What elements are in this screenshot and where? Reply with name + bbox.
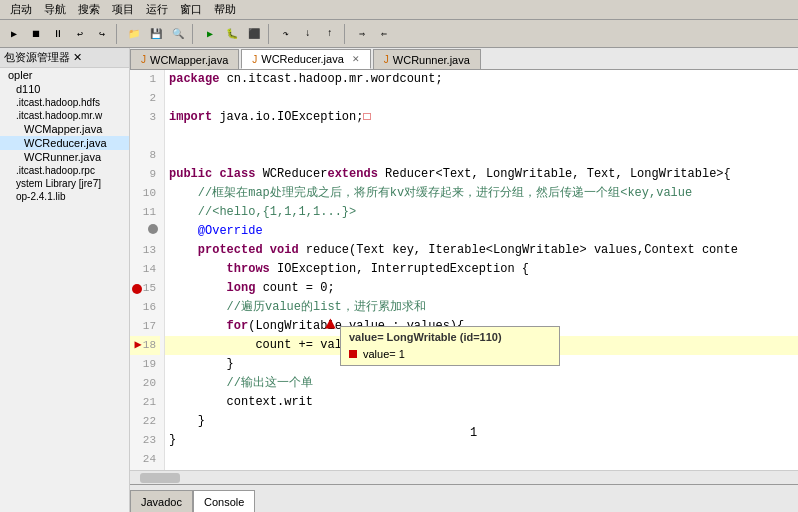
ln-24: 24 <box>130 450 160 469</box>
code-line-16: //遍历value的list，进行累加求和 <box>165 298 798 317</box>
toolbar-btn-8[interactable]: 🔍 <box>168 24 188 44</box>
sidebar-item-rpc[interactable]: .itcast.hadoop.rpc <box>0 164 129 177</box>
toolbar-btn-1[interactable]: ▶ <box>4 24 24 44</box>
menu-help[interactable]: 帮助 <box>208 1 242 18</box>
sidebar-item-d110[interactable]: d110 <box>0 82 129 96</box>
ln-2: 2 <box>130 89 160 108</box>
ln-11: 11 <box>130 203 160 222</box>
toolbar-btn-extra-2[interactable]: ⇐ <box>374 24 394 44</box>
code-line-1: package cn.itcast.hadoop.mr.wordcount; <box>165 70 798 89</box>
code-line-20: //输出这一个单 <box>165 374 798 393</box>
line-numbers: 1 2 3 8 9 10 11 12 13 14 15 16 17 <box>130 70 165 470</box>
code-line-14: throws IOException, InterruptedException… <box>165 260 798 279</box>
toolbar-btn-6[interactable]: 📁 <box>124 24 144 44</box>
code-line-13: protected void reduce(Text key, Iterable… <box>165 241 798 260</box>
ln-18-current: ▶ 18 <box>130 336 160 355</box>
ln-16: 16 <box>130 298 160 317</box>
menu-navigate[interactable]: 导航 <box>38 1 72 18</box>
code-line-10: //框架在map处理完成之后，将所有kv对缓存起来，进行分组，然后传递一个组<k… <box>165 184 798 203</box>
ln-13: 13 <box>130 241 160 260</box>
toolbar-btn-7[interactable]: 💾 <box>146 24 166 44</box>
sidebar-item-wcmapper[interactable]: WCMapper.java <box>0 122 129 136</box>
ln-10: 10 <box>130 184 160 203</box>
toolbar-btn-5[interactable]: ↪ <box>92 24 112 44</box>
menu-window[interactable]: 窗口 <box>174 1 208 18</box>
bottom-tab-javadoc[interactable]: Javadoc <box>130 490 193 512</box>
sidebar-item-hdfs[interactable]: .itcast.hadoop.hdfs <box>0 96 129 109</box>
sidebar-item-wcreducer[interactable]: WCReducer.java <box>0 136 129 150</box>
code-line-3: import java.io.IOException;□ <box>165 108 798 127</box>
tab-wcreducer-label: WCReducer.java <box>261 53 344 65</box>
code-line-9: public class WCReducer extends Reducer<T… <box>165 165 798 184</box>
tabs-bar: J WCMapper.java J WCReducer.java ✕ J WCR… <box>130 48 798 70</box>
debug-popup-item-1: value= 1 <box>349 347 551 361</box>
debug-popup: value= LongWritable (id=110) value= 1 <box>340 326 560 366</box>
toolbar-stop-btn[interactable]: ⬛ <box>244 24 264 44</box>
sidebar-header: 包资源管理器 ✕ <box>0 48 129 68</box>
editor-area: J WCMapper.java J WCReducer.java ✕ J WCR… <box>130 48 798 512</box>
ln-1: 1 <box>130 70 160 89</box>
debug-red-square <box>349 350 357 358</box>
separator-4 <box>344 24 348 44</box>
ln-21: 21 <box>130 393 160 412</box>
debug-bottom-value: 1 <box>470 426 477 440</box>
h-scrollbar-thumb[interactable] <box>140 473 180 483</box>
ln-15: 15 <box>130 279 160 298</box>
code-line-11: //<hello,{1,1,1,1...}> <box>165 203 798 222</box>
ln-12: 12 <box>130 222 160 241</box>
code-line-12: @Override <box>165 222 798 241</box>
code-line-8 <box>165 146 798 165</box>
toolbar-debug-btn[interactable]: 🐛 <box>222 24 242 44</box>
sidebar-item-wcrunner[interactable]: WCRunner.java <box>0 150 129 164</box>
tab-wcmapper-label: WCMapper.java <box>150 54 228 66</box>
code-editor[interactable]: 1 2 3 8 9 10 11 12 13 14 15 16 17 <box>130 70 798 470</box>
sidebar: 包资源管理器 ✕ opler d110 .itcast.hadoop.hdfs … <box>0 48 130 512</box>
debug-popup-title: value= LongWritable (id=110) <box>349 331 551 343</box>
menubar: 启动 导航 搜索 项目 运行 窗口 帮助 <box>0 0 798 20</box>
code-line-23: } <box>165 431 798 450</box>
tab-wcmapper[interactable]: J WCMapper.java <box>130 49 239 69</box>
separator-1 <box>116 24 120 44</box>
toolbar-btn-4[interactable]: ↩ <box>70 24 90 44</box>
toolbar-run-btn[interactable]: ▶ <box>200 24 220 44</box>
code-line-2 <box>165 89 798 108</box>
menu-search[interactable]: 搜索 <box>72 1 106 18</box>
code-content[interactable]: package cn.itcast.hadoop.mr.wordcount; i… <box>165 70 798 470</box>
sidebar-title: 包资源管理器 ✕ <box>4 50 82 65</box>
debug-popup-value: value= 1 <box>363 348 405 360</box>
toolbar: ▶ ⏹ ⏸ ↩ ↪ 📁 💾 🔍 ▶ 🐛 ⬛ ↷ ↓ ↑ ⇒ ⇐ <box>0 20 798 48</box>
code-line-24 <box>165 450 798 469</box>
tab-wcreducer-close[interactable]: ✕ <box>352 54 360 64</box>
sidebar-item-lib[interactable]: op-2.4.1.lib <box>0 190 129 203</box>
debug-arrow-icon: ▲ <box>325 314 336 334</box>
toolbar-btn-extra-1[interactable]: ⇒ <box>352 24 372 44</box>
sidebar-item-mr[interactable]: .itcast.hadoop.mr.w <box>0 109 129 122</box>
main-layout: 包资源管理器 ✕ opler d110 .itcast.hadoop.hdfs … <box>0 48 798 512</box>
tab-wcreducer[interactable]: J WCReducer.java ✕ <box>241 49 371 69</box>
toolbar-step-out[interactable]: ↑ <box>320 24 340 44</box>
toolbar-step-over[interactable]: ↷ <box>276 24 296 44</box>
code-line-22: } <box>165 412 798 431</box>
ln-20: 20 <box>130 374 160 393</box>
menu-start[interactable]: 启动 <box>4 1 38 18</box>
ln-8: 8 <box>130 146 160 165</box>
ln-17: 17 <box>130 317 160 336</box>
code-line-15: long count = 0; <box>165 279 798 298</box>
sidebar-item-opler[interactable]: opler <box>0 68 129 82</box>
wcmapper-icon: J <box>141 54 146 65</box>
tab-wcrunner-label: WCRunner.java <box>393 54 470 66</box>
wcreducer-icon: J <box>252 54 257 65</box>
separator-3 <box>268 24 272 44</box>
tab-wcrunner[interactable]: J WCRunner.java <box>373 49 481 69</box>
toolbar-step-into[interactable]: ↓ <box>298 24 318 44</box>
menu-project[interactable]: 项目 <box>106 1 140 18</box>
toolbar-btn-2[interactable]: ⏹ <box>26 24 46 44</box>
h-scrollbar[interactable] <box>130 470 798 484</box>
wcrunner-icon: J <box>384 54 389 65</box>
sidebar-item-jre[interactable]: ystem Library [jre7] <box>0 177 129 190</box>
code-line-21: context.writ <box>165 393 798 412</box>
toolbar-btn-3[interactable]: ⏸ <box>48 24 68 44</box>
bottom-tab-console[interactable]: Console <box>193 490 255 512</box>
ln-14: 14 <box>130 260 160 279</box>
menu-run[interactable]: 运行 <box>140 1 174 18</box>
